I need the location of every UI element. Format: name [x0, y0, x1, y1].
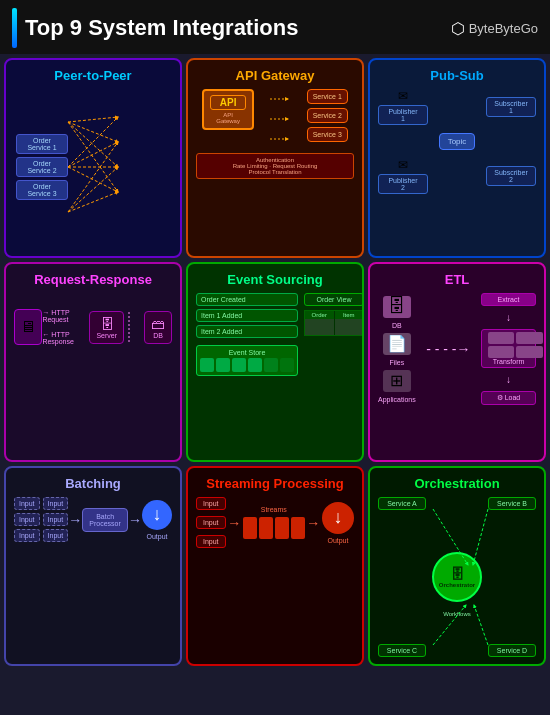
batch-input-3: Input: [14, 513, 40, 526]
svg-line-17: [433, 605, 466, 645]
svg-line-0: [68, 117, 118, 122]
card-request-response: Request-Response 🖥 → HTTP Request ← HTTP…: [4, 262, 182, 462]
etl-files-label: Files: [389, 359, 404, 366]
card-es-title: Event Sourcing: [196, 272, 354, 287]
card-event-sourcing: Event Sourcing Order Created Item 1 Adde…: [186, 262, 364, 462]
card-etl-title: ETL: [378, 272, 536, 287]
header: Top 9 System Integrations ⬡ ByteByteGo: [0, 0, 550, 54]
brand-name: ByteByteGo: [469, 21, 538, 36]
batch-input-2: Input: [43, 497, 69, 510]
svg-line-18: [474, 605, 488, 645]
card-peer-to-peer: Peer-to-Peer OrderService 1 OrderService…: [4, 58, 182, 258]
subscriber-2: Subscriber2: [486, 166, 536, 186]
svg-line-2: [68, 122, 118, 167]
publisher-2: Publisher2: [378, 174, 428, 194]
svg-line-9: [68, 167, 118, 212]
etl-files: 📄: [383, 333, 411, 355]
svg-line-7: [68, 167, 118, 192]
card-batch-title: Batching: [14, 476, 172, 491]
es-table: Order Item: [304, 310, 364, 336]
p2p-arrows-svg: [68, 102, 182, 232]
cards-grid: Peer-to-Peer OrderService 1 OrderService…: [0, 54, 550, 664]
page-title: Top 9 System Integrations: [25, 15, 298, 41]
rr-client: 🖥: [14, 309, 42, 345]
es-event-1: Order Created: [196, 293, 298, 306]
batch-input-1: Input: [14, 497, 40, 510]
pubsub-topic: Topic: [439, 133, 476, 150]
p2p-order-service-3: OrderService 3: [16, 180, 68, 200]
stream-block-3: [275, 517, 289, 539]
card-api-title: API Gateway: [196, 68, 354, 83]
card-pubsub-title: Pub-Sub: [378, 68, 536, 83]
card-orchestration: Orchestration Service A Service B Servic…: [368, 466, 546, 666]
pubsub-email-icon-2: ✉: [398, 158, 408, 172]
api-auth-box: AuthenticationRate Limiting · Request Ro…: [196, 153, 354, 179]
card-streaming: Streaming Processing Input Input Input →…: [186, 466, 364, 666]
es-order-view: Order View: [304, 293, 364, 306]
card-batching: Batching Input Input Input Input Input I…: [4, 466, 182, 666]
api-service-2: Service 2: [307, 108, 348, 123]
brand-icon: ⬡: [451, 19, 465, 38]
es-event-2: Item 1 Added: [196, 309, 298, 322]
rr-db: 🗃 DB: [144, 311, 172, 344]
subscriber-1: Subscriber1: [486, 97, 536, 117]
batch-output-label: Output: [146, 533, 167, 540]
stream-input-3: Input: [196, 535, 226, 548]
api-service-1: Service 1: [307, 89, 348, 104]
orch-arrows: [378, 497, 536, 657]
stream-output-label: Output: [327, 537, 348, 544]
batch-arrow-down: ↓: [142, 500, 172, 530]
etl-load: ⚙ Load: [481, 391, 536, 405]
svg-line-16: [473, 509, 488, 565]
header-accent: [12, 8, 17, 48]
etl-transform: Transform: [481, 329, 536, 368]
publisher-1: Publisher1: [378, 105, 428, 125]
stream-arrow-down: ↓: [322, 502, 354, 534]
api-service-3: Service 3: [307, 127, 348, 142]
etl-db: 🗄: [383, 296, 411, 318]
batch-processor: BatchProcessor: [82, 508, 128, 532]
api-gateway-box: API APIGateway: [202, 89, 254, 130]
es-event-3: Item 2 Added: [196, 325, 298, 338]
card-stream-title: Streaming Processing: [196, 476, 354, 491]
etl-apps-label: Applications: [378, 396, 416, 403]
etl-apps: ⊞: [383, 370, 411, 392]
p2p-order-service-2: OrderService 2: [16, 157, 68, 177]
card-p2p-title: Peer-to-Peer: [14, 68, 172, 83]
card-orch-title: Orchestration: [378, 476, 536, 491]
svg-line-15: [433, 509, 468, 565]
batch-input-6: Input: [43, 529, 69, 542]
stream-block-4: [291, 517, 305, 539]
stream-block-1: [243, 517, 257, 539]
stream-input-1: Input: [196, 497, 226, 510]
etl-extract: Extract: [481, 293, 536, 306]
pubsub-email-icon-1: ✉: [398, 89, 408, 103]
card-rr-title: Request-Response: [14, 272, 172, 287]
batch-input-5: Input: [14, 529, 40, 542]
etl-db-label: DB: [392, 322, 402, 329]
card-etl: ETL 🗄 DB 📄 Files ⊞ Applications - - - -→…: [368, 262, 546, 462]
rr-server: 🗄 Server: [89, 311, 124, 344]
svg-line-5: [68, 142, 118, 167]
batch-input-4: Input: [43, 513, 69, 526]
stream-input-2: Input: [196, 516, 226, 529]
stream-block-2: [259, 517, 273, 539]
stream-label: Streams: [261, 506, 287, 513]
es-event-store: Event Store: [196, 345, 298, 376]
card-pub-sub: Pub-Sub ✉ Publisher1 Subscriber1 Topic ✉…: [368, 58, 546, 258]
card-api-gateway: API Gateway API APIGateway: [186, 58, 364, 258]
p2p-order-service-1: OrderService 1: [16, 134, 68, 154]
brand-logo: ⬡ ByteByteGo: [451, 19, 538, 38]
